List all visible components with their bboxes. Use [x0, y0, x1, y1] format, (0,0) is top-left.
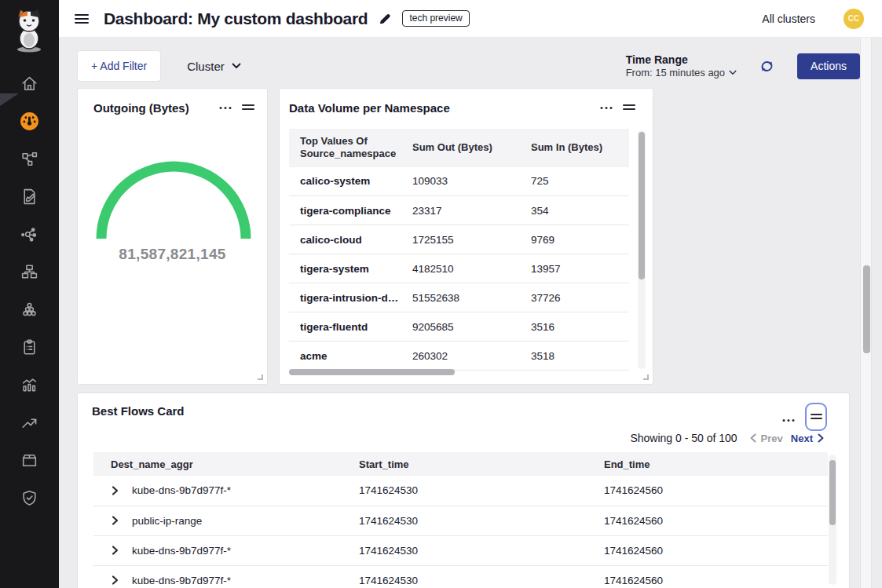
flow-table-row: kube-dns-9b7d977f-* 1741624530 174162456…	[93, 535, 828, 565]
namespace-link[interactable]: acme	[289, 341, 401, 371]
chevron-down-icon	[232, 63, 241, 69]
cluster-scope-selector[interactable]: All clusters	[762, 13, 815, 25]
card-drag-handle-icon[interactable]	[242, 104, 254, 111]
start-time-value: 1741624530	[342, 565, 587, 588]
namespace-link[interactable]: tigera-compliance	[289, 196, 401, 225]
flow-table-row: public-ip-range 1741624530 1741624560	[93, 506, 828, 535]
sidebar-item-dashboard[interactable]	[0, 102, 59, 140]
card-resize-handle[interactable]	[643, 374, 649, 380]
edit-pencil-icon[interactable]	[378, 12, 392, 26]
start-time-value: 1741624530	[342, 535, 587, 565]
end-time-value: 1741624560	[587, 506, 828, 535]
namespace-link[interactable]: tigera-fluentd	[289, 312, 401, 341]
card-menu-dots-icon[interactable]	[782, 418, 795, 422]
namespace-link[interactable]: calico-system	[289, 167, 401, 196]
user-avatar[interactable]: CC	[844, 9, 864, 29]
card-title: Best Flows Card	[92, 404, 185, 418]
next-label: Next	[791, 433, 813, 444]
sidebar-item-statistics[interactable]	[0, 366, 59, 404]
sitemap-icon	[20, 262, 39, 282]
pagination-showing-text: Showing 0 - 50 of 100	[630, 432, 737, 444]
namespace-table-row: tigera-intrusion-d… 51552638 37726	[289, 283, 629, 312]
time-range-label: Time Range	[626, 53, 737, 66]
drag-handle-icon	[811, 414, 822, 420]
package-box-icon	[20, 451, 39, 470]
namespace-link[interactable]: calico-cloud	[289, 225, 401, 254]
network-topology-icon	[20, 149, 39, 169]
sum-out-value: 1725155	[401, 225, 520, 254]
expand-row-chevron-icon[interactable]	[111, 515, 119, 526]
card-drag-handle-focused[interactable]	[805, 403, 827, 431]
column-header-dest-name-aggr[interactable]: Dest_name_aggr	[93, 452, 342, 476]
pagination: Showing 0 - 50 of 100 Prev Next	[630, 432, 824, 444]
cluster-filter-label: Cluster	[187, 60, 225, 73]
end-time-value: 1741624560	[587, 535, 828, 565]
menu-hamburger-icon[interactable]	[72, 9, 91, 28]
card-title: Data Volume per Namespace	[289, 101, 450, 115]
sum-out-value: 23317	[401, 196, 520, 225]
data-volume-per-namespace-card: Data Volume per Namespace Top Values Of …	[279, 88, 653, 385]
sidebar-item-network-topology[interactable]	[0, 140, 59, 177]
sidebar-item-home[interactable]	[0, 64, 59, 102]
sidebar-item-service-graph[interactable]	[0, 215, 59, 253]
sidebar-item-trends[interactable]	[0, 404, 59, 441]
namespace-link[interactable]: tigera-intrusion-d…	[289, 283, 401, 312]
filter-bar: + Add Filter Cluster Time Range From: 15…	[77, 49, 860, 83]
cluster-filter-dropdown[interactable]: Cluster	[187, 60, 241, 73]
refresh-icon[interactable]	[759, 58, 775, 75]
expand-row-chevron-icon[interactable]	[111, 575, 119, 586]
pagination-prev-button[interactable]: Prev	[750, 433, 783, 444]
table-horizontal-scrollbar[interactable]	[289, 369, 629, 375]
chevron-left-icon	[750, 433, 756, 443]
card-menu-dots-icon[interactable]	[600, 106, 613, 110]
column-header-end-time[interactable]: End_time	[587, 452, 828, 476]
sidebar-item-reports[interactable]	[0, 328, 59, 366]
add-filter-button[interactable]: + Add Filter	[77, 50, 161, 82]
table-vertical-scrollbar[interactable]	[638, 130, 646, 369]
gauge-chart	[91, 158, 256, 243]
sum-in-value: 37726	[520, 283, 629, 312]
column-header-sum-out[interactable]: Sum Out (Bytes)	[401, 129, 520, 167]
namespace-table-row: acme 260302 3518	[289, 341, 629, 371]
outgoing-bytes-card: Outgoing (Bytes) 81,587,821,145	[77, 88, 268, 385]
sidebar-item-clusters[interactable]	[0, 290, 59, 328]
sum-out-value: 260302	[401, 341, 520, 371]
sidebar-item-inventory[interactable]	[0, 441, 59, 479]
column-header-start-time[interactable]: Start_time	[342, 452, 587, 476]
pagination-next-button[interactable]: Next	[791, 433, 824, 444]
actions-button[interactable]: Actions	[797, 53, 860, 79]
trend-arrow-icon	[20, 413, 39, 433]
dashboard-content: + Add Filter Cluster Time Range From: 15…	[59, 38, 882, 588]
page-vertical-scrollbar[interactable]	[860, 38, 872, 588]
end-time-value: 1741624560	[587, 565, 828, 588]
card-title: Outgoing (Bytes)	[93, 101, 189, 115]
card-menu-dots-icon[interactable]	[219, 106, 232, 110]
home-icon	[20, 74, 39, 93]
namespace-table-row: tigera-system 4182510 13957	[289, 254, 629, 283]
expand-row-chevron-icon[interactable]	[111, 485, 119, 496]
column-header-sum-in[interactable]: Sum In (Bytes)	[520, 129, 629, 167]
sidebar-item-sitemap[interactable]	[0, 253, 59, 290]
sidebar-item-policies[interactable]	[0, 177, 59, 215]
calico-cat-logo[interactable]	[11, 8, 47, 53]
column-header-source-namespace[interactable]: Top Values Of Source_namespace	[289, 129, 401, 167]
sum-in-value: 13957	[520, 254, 629, 283]
card-resize-handle[interactable]	[258, 374, 263, 380]
namespace-table-row: calico-cloud 1725155 9769	[289, 225, 629, 254]
card-drag-handle-icon[interactable]	[623, 104, 635, 111]
expand-row-chevron-icon[interactable]	[111, 545, 119, 556]
gauge-value: 81,587,821,145	[78, 246, 267, 263]
shield-check-icon	[20, 488, 39, 508]
page-title: Dashboard: My custom dashboard	[104, 9, 368, 28]
time-range-value-dropdown[interactable]: From: 15 minutes ago	[626, 67, 737, 79]
sidebar-item-security[interactable]	[0, 479, 59, 517]
policy-document-icon	[20, 187, 39, 206]
sum-in-value: 725	[520, 167, 629, 196]
table-vertical-scrollbar[interactable]	[829, 455, 836, 585]
flow-table-row: kube-dns-9b7d977f-* 1741624530 174162456…	[93, 476, 828, 506]
table-header-row: Top Values Of Source_namespace Sum Out (…	[289, 129, 629, 167]
chevron-right-icon	[818, 433, 824, 443]
start-time-value: 1741624530	[342, 476, 587, 506]
namespace-link[interactable]: tigera-system	[289, 254, 401, 283]
sum-in-value: 9769	[520, 225, 629, 254]
